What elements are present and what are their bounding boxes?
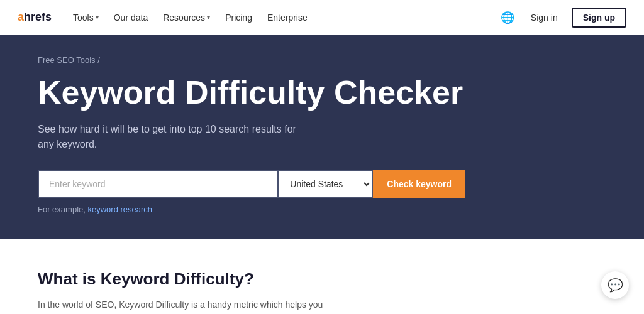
logo-a: a	[18, 11, 24, 24]
example-text: For example, keyword research	[38, 205, 606, 214]
nav-item-pricing[interactable]: Pricing	[219, 8, 258, 28]
language-selector-button[interactable]: 🌐	[498, 8, 517, 27]
nav-item-tools[interactable]: Tools ▾	[67, 8, 105, 28]
nav-item-our-data[interactable]: Our data	[108, 8, 154, 28]
chat-widget-button[interactable]: 💬	[601, 271, 629, 299]
chat-icon: 💬	[608, 278, 623, 293]
hero-section: Free SEO Tools / Keyword Difficulty Chec…	[0, 35, 644, 239]
example-keyword-link[interactable]: keyword research	[88, 205, 153, 214]
keyword-input[interactable]	[38, 170, 279, 198]
globe-icon: 🌐	[501, 11, 514, 24]
check-keyword-button[interactable]: Check keyword	[373, 170, 465, 198]
nav-item-resources[interactable]: Resources ▾	[157, 8, 216, 28]
navbar: ahrefs Tools ▾ Our data Resources ▾ Pric…	[0, 0, 644, 35]
nav-item-enterprise[interactable]: Enterprise	[261, 8, 314, 28]
country-select[interactable]: United States United Kingdom Canada Aust…	[279, 170, 373, 198]
logo-hrefs: hrefs	[24, 11, 52, 24]
content-text: In the world of SEO, Keyword Difficulty …	[38, 298, 390, 314]
logo[interactable]: ahrefs	[18, 11, 52, 24]
search-row: United States United Kingdom Canada Aust…	[38, 170, 465, 198]
hero-subtitle: See how hard it will be to get into top …	[38, 122, 302, 152]
chevron-down-icon: ▾	[96, 14, 99, 21]
nav-right: 🌐 Sign in Sign up	[498, 8, 626, 28]
content-section: What is Keyword Difficulty? In the world…	[0, 239, 644, 314]
signin-button[interactable]: Sign in	[525, 9, 564, 26]
breadcrumb: Free SEO Tools /	[38, 55, 606, 65]
signup-button[interactable]: Sign up	[572, 8, 626, 28]
nav-links: Tools ▾ Our data Resources ▾ Pricing Ent…	[67, 8, 498, 28]
content-title: What is Keyword Difficulty?	[38, 269, 606, 289]
chevron-down-icon: ▾	[207, 14, 210, 21]
breadcrumb-link[interactable]: Free SEO Tools	[38, 55, 96, 65]
page-title: Keyword Difficulty Checker	[38, 75, 606, 111]
